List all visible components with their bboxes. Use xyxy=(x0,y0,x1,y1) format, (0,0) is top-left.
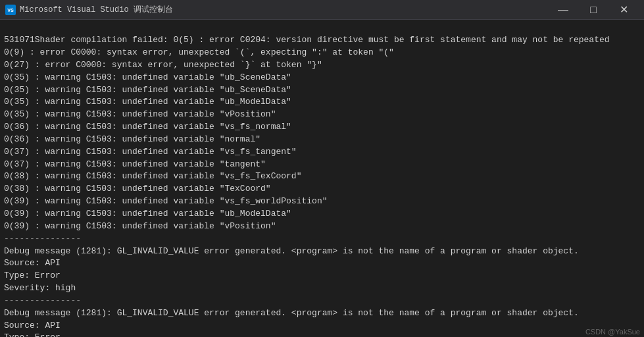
console-line: Debug message (1281): GL_INVALID_VALUE e… xyxy=(4,246,640,258)
console-line: Debug message (1281): GL_INVALID_VALUE e… xyxy=(4,307,640,320)
console-line: --------------- xyxy=(4,295,640,307)
console-line: 0(39) : warning C1503: undefined variabl… xyxy=(4,195,640,208)
console-line: 0(35) : warning C1503: undefined variabl… xyxy=(4,109,640,121)
console-line: 0(35) : warning C1503: undefined variabl… xyxy=(4,84,640,97)
console-line: 0(37) : warning C1503: undefined variabl… xyxy=(4,146,640,159)
app-icon: VS xyxy=(5,5,16,15)
console-line: 0(39) : warning C1503: undefined variabl… xyxy=(4,220,640,233)
console-output: 531071Shader compilation failed: 0(5) : … xyxy=(0,20,644,337)
console-line: Type: Error xyxy=(4,270,640,282)
console-line: 0(27) : error C0000: syntax error, unexp… xyxy=(4,59,640,72)
window-controls: — □ ✕ xyxy=(548,0,639,20)
console-line: 0(36) : warning C1503: undefined variabl… xyxy=(4,121,640,134)
console-line: 0(38) : warning C1503: undefined variabl… xyxy=(4,170,640,183)
console-line: 0(9) : error C0000: syntax error, unexpe… xyxy=(4,47,640,59)
console-line: 0(35) : warning C1503: undefined variabl… xyxy=(4,96,640,109)
console-line: Source: API xyxy=(4,257,640,270)
console-line: Type: Error xyxy=(4,332,640,337)
console-line: 0(38) : warning C1503: undefined variabl… xyxy=(4,183,640,195)
console-line: 0(35) : warning C1503: undefined variabl… xyxy=(4,72,640,84)
svg-text:VS: VS xyxy=(7,7,14,13)
window-title: Microsoft Visual Studio 调试控制台 xyxy=(20,4,548,15)
console-line: Source: API xyxy=(4,320,640,332)
console-line: 0(39) : warning C1503: undefined variabl… xyxy=(4,208,640,220)
console-line: 531071Shader compilation failed: 0(5) : … xyxy=(4,34,640,47)
console-line: Severity: high xyxy=(4,282,640,295)
console-line: --------------- xyxy=(4,233,640,246)
watermark: CSDN @YakSue xyxy=(585,328,640,336)
close-button[interactable]: ✕ xyxy=(608,0,639,20)
maximize-button[interactable]: □ xyxy=(578,0,608,20)
console-line: 0(36) : warning C1503: undefined variabl… xyxy=(4,134,640,146)
minimize-button[interactable]: — xyxy=(548,0,578,20)
console-line: 0(37) : warning C1503: undefined variabl… xyxy=(4,159,640,171)
title-bar: VS Microsoft Visual Studio 调试控制台 — □ ✕ xyxy=(0,0,644,20)
